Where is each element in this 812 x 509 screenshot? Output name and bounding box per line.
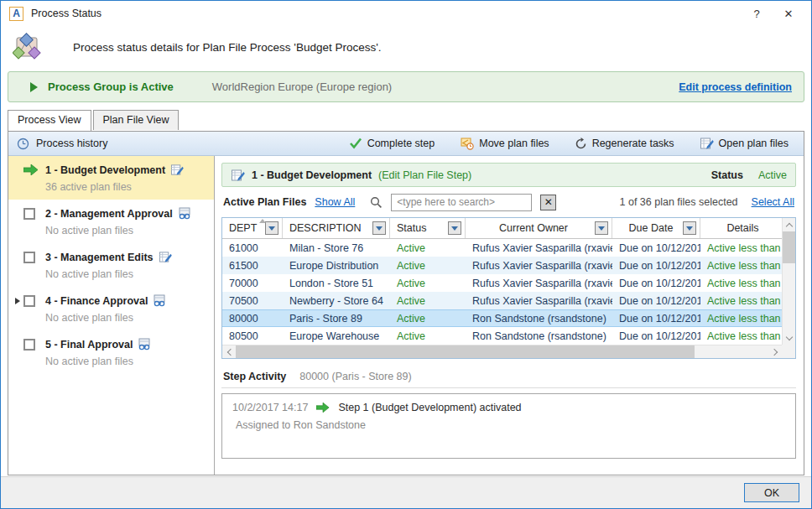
step-checkbox[interactable] xyxy=(23,295,35,307)
column-header-description[interactable]: DESCRIPTION xyxy=(283,218,390,238)
scroll-up-icon[interactable] xyxy=(783,218,796,231)
ok-button[interactable]: OK xyxy=(744,483,799,502)
current-step-arrow-icon xyxy=(23,164,39,175)
clear-search-button[interactable]: ✕ xyxy=(540,195,556,210)
step-item-3[interactable]: 3 - Management Edits No active plan file… xyxy=(8,243,214,287)
selected-step-header: 1 - Budget Development (Edit Plan File S… xyxy=(221,163,796,187)
step-checkbox[interactable] xyxy=(23,252,35,263)
horizontal-scroll-thumb[interactable] xyxy=(236,345,695,358)
edit-process-definition-link[interactable]: Edit process definition xyxy=(679,81,792,93)
description-filter-button[interactable] xyxy=(372,221,386,235)
regenerate-tasks-button[interactable]: Regenerate tasks xyxy=(568,135,681,153)
step-substatus: No active plan files xyxy=(45,225,191,236)
refresh-icon xyxy=(575,138,587,150)
search-icon xyxy=(370,196,383,209)
step-checkbox[interactable] xyxy=(23,339,35,351)
activated-arrow-icon xyxy=(316,403,330,413)
plan-files-filter-row: Active Plan Files Show All ✕ 1 of 36 pla… xyxy=(221,187,796,217)
title-bar: A Process Status ? ✕ xyxy=(1,1,811,26)
table-row[interactable]: 70500 Newberry - Store 64 Active Rufus X… xyxy=(222,292,782,309)
review-glasses-icon xyxy=(178,207,191,220)
complete-step-button[interactable]: Complete step xyxy=(342,135,442,152)
process-steps-list: 1 - Budget Development 36 active plan fi… xyxy=(8,156,215,475)
process-view-panel: Process history Complete step xyxy=(8,131,804,475)
due-date-filter-button[interactable] xyxy=(683,221,696,235)
vertical-scrollbar[interactable] xyxy=(782,218,795,345)
edit-plan-file-icon xyxy=(159,251,172,263)
edit-plan-file-icon xyxy=(170,164,184,176)
horizontal-scrollbar[interactable] xyxy=(222,345,782,358)
open-plan-files-label: Open plan files xyxy=(719,138,789,149)
column-header-status[interactable]: Status xyxy=(390,218,466,238)
process-group-status: Process Group is Active xyxy=(48,81,174,93)
table-row[interactable]: 61000 Milan - Store 76 Active Rufus Xavi… xyxy=(222,239,782,257)
move-plan-files-button[interactable]: Move plan files xyxy=(453,134,555,153)
regenerate-tasks-label: Regenerate tasks xyxy=(592,138,674,149)
active-plan-files-label: Active Plan Files xyxy=(223,196,306,208)
dept-filter-button[interactable] xyxy=(265,221,278,235)
tab-plan-file-view[interactable]: Plan File View xyxy=(93,110,180,130)
move-files-icon xyxy=(460,137,474,150)
help-button[interactable]: ? xyxy=(741,2,773,25)
process-status-dialog: A Process Status ? ✕ Process status deta… xyxy=(0,0,812,509)
activity-entry: 10/2/2017 14:17 Step 1 (Budget Developme… xyxy=(232,402,785,413)
view-tabs: Process View Plan File View xyxy=(8,109,811,130)
process-toolbar: Process history Complete step xyxy=(8,132,804,156)
show-all-link[interactable]: Show All xyxy=(315,196,355,208)
status-value: Active xyxy=(758,169,787,181)
selected-step-title: 1 - Budget Development xyxy=(252,169,372,181)
selection-summary: 1 of 36 plan files selected xyxy=(620,196,738,208)
column-header-current-owner[interactable]: Current Owner xyxy=(466,218,612,238)
table-row[interactable]: 70000 London - Store 51 Active Rufus Xav… xyxy=(222,274,782,292)
dialog-header: Process status details for Plan File Pro… xyxy=(1,26,811,68)
step-substatus: No active plan files xyxy=(45,356,151,367)
process-group-banner: Process Group is Active WorldRegion Euro… xyxy=(8,71,804,102)
open-plan-files-button[interactable]: Open plan files xyxy=(693,134,795,153)
complete-step-label: Complete step xyxy=(367,138,435,149)
step-title: 4 - Finance Approval xyxy=(45,295,148,307)
owner-filter-button[interactable] xyxy=(595,221,608,235)
column-header-details[interactable]: Details xyxy=(700,218,782,238)
app-logo-icon: A xyxy=(9,7,23,21)
process-group-target: WorldRegion Europe (Europe region) xyxy=(212,81,392,93)
step-item-1[interactable]: 1 - Budget Development 36 active plan fi… xyxy=(8,156,214,200)
step-activity-header: Step Activity 80000 (Paris - Store 89) xyxy=(221,371,796,388)
close-button[interactable]: ✕ xyxy=(773,2,804,25)
step-detail-pane: 1 - Budget Development (Edit Plan File S… xyxy=(215,156,804,475)
step-item-2[interactable]: 2 - Management Approval No active plan f… xyxy=(8,200,214,243)
table-row[interactable]: 61500 Europe Distribution Active Rufus X… xyxy=(222,257,782,274)
table-header-row: DEPT DESCRIPTION Status xyxy=(222,218,782,239)
scroll-right-icon[interactable] xyxy=(768,345,782,359)
plan-files-table: DEPT DESCRIPTION Status xyxy=(221,217,796,359)
table-row-selected[interactable]: 80000 Paris - Store 89 Active Ron Sandst… xyxy=(222,309,782,327)
scroll-down-icon[interactable] xyxy=(783,331,796,345)
step-substatus: No active plan files xyxy=(45,312,166,324)
step-title: 5 - Final Approval xyxy=(45,339,133,351)
tab-process-view[interactable]: Process View xyxy=(8,110,91,131)
review-glasses-icon xyxy=(153,294,166,307)
table-row[interactable]: 80500 Europe Warehouse Active Ron Sandst… xyxy=(222,327,782,345)
column-header-due-date[interactable]: Due Date xyxy=(612,218,700,238)
review-glasses-icon xyxy=(138,338,151,351)
check-icon xyxy=(349,138,362,149)
select-all-link[interactable]: Select All xyxy=(752,196,794,208)
vertical-scroll-thumb[interactable] xyxy=(783,231,795,263)
move-plan-files-label: Move plan files xyxy=(479,138,549,149)
step-item-4[interactable]: 4 - Finance Approval No active plan file… xyxy=(8,287,214,330)
clock-icon xyxy=(17,138,29,150)
step-substatus: No active plan files xyxy=(45,268,172,280)
step-title: 1 - Budget Development xyxy=(45,164,165,176)
search-input[interactable] xyxy=(391,194,532,211)
activity-timestamp: 10/2/2017 14:17 xyxy=(232,402,308,413)
status-filter-button[interactable] xyxy=(448,221,461,235)
activity-text: Step 1 (Budget Development) activated xyxy=(338,402,521,413)
column-header-dept[interactable]: DEPT xyxy=(222,218,283,238)
activity-assignee: Assigned to Ron Sandstone xyxy=(236,419,785,431)
expand-arrow-icon[interactable] xyxy=(15,298,20,304)
selected-step-type: (Edit Plan File Step) xyxy=(378,169,471,181)
step-checkbox[interactable] xyxy=(23,208,35,220)
step-substatus: 36 active plan files xyxy=(45,181,184,193)
scroll-left-icon[interactable] xyxy=(222,345,236,359)
sort-ascending-icon xyxy=(259,219,266,223)
step-item-5[interactable]: 5 - Final Approval No active plan files xyxy=(8,330,214,374)
